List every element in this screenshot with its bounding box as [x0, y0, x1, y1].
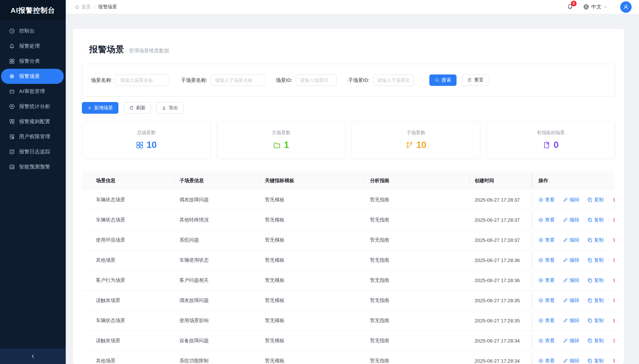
edit-label: 编辑: [570, 297, 579, 304]
delete-button[interactable]: 删除: [613, 237, 615, 243]
filter-sub-scene-name-input[interactable]: [211, 74, 264, 86]
sidebar-item-user-permissions[interactable]: 用户权限管理: [0, 129, 66, 144]
copy-icon: [587, 197, 592, 202]
filter-scene-id: 场景ID:: [276, 74, 336, 86]
table-body: 车辆状态场景偶发故障问题暂无模板暂无指南2025-06-27 17:28:37查…: [82, 190, 615, 364]
reset-button[interactable]: 重置: [462, 74, 489, 86]
content-card: 报警场景 管理场景维度数据 场景名称:子场景名称:场景ID:子场景ID: 搜索 …: [73, 29, 624, 364]
app-logo: AI报警控制台: [0, 0, 66, 21]
stat-label: 主场景数: [272, 130, 290, 136]
eye-icon: [538, 358, 543, 363]
view-button[interactable]: 查看: [538, 257, 555, 263]
view-button[interactable]: 查看: [538, 277, 555, 283]
stat-value: 1: [284, 140, 289, 150]
sidebar-item-alarm-logs[interactable]: 报警日志追踪: [0, 144, 66, 159]
refresh-button[interactable]: 刷新: [124, 102, 151, 114]
sidebar-item-label: 报警处理: [19, 43, 40, 49]
scene-cell: 车辆状态场景: [82, 210, 174, 230]
avatar[interactable]: [620, 1, 632, 13]
view-button[interactable]: 查看: [538, 237, 555, 243]
edit-button[interactable]: 编辑: [563, 217, 579, 223]
sidebar-collapse-button[interactable]: [0, 349, 66, 364]
edit-button[interactable]: 编辑: [563, 297, 579, 304]
stat-value: 0: [553, 140, 558, 150]
copy-button[interactable]: 复制: [587, 197, 604, 203]
edit-button[interactable]: 编辑: [563, 337, 579, 344]
eye-icon: [538, 278, 543, 283]
copy-button[interactable]: 复制: [587, 217, 604, 223]
copy-button[interactable]: 复制: [587, 257, 604, 263]
copy-label: 复制: [594, 317, 604, 324]
globe-icon: [583, 4, 589, 10]
edit-button[interactable]: 编辑: [563, 257, 579, 263]
delete-button[interactable]: 删除: [613, 217, 615, 223]
add-scene-button[interactable]: 新增场景: [82, 102, 118, 114]
view-button[interactable]: 查看: [538, 358, 555, 364]
table-row: 客户行为场景客户问题相关暂无模板暂无指南2025-06-27 17:28:36查…: [82, 270, 615, 291]
view-label: 查看: [545, 257, 555, 263]
delete-button[interactable]: 删除: [613, 358, 615, 364]
grid-icon: [9, 58, 15, 64]
copy-button[interactable]: 复制: [587, 358, 604, 364]
copy-button[interactable]: 复制: [587, 237, 604, 243]
notification-button[interactable]: 5: [567, 3, 573, 11]
edit-label: 编辑: [570, 277, 579, 283]
filter-sub-scene-name: 子场景名称:: [181, 74, 264, 86]
view-button[interactable]: 查看: [538, 337, 555, 344]
main-content: 报警场景 管理场景维度数据 场景名称:子场景名称:场景ID:子场景ID: 搜索 …: [66, 14, 639, 364]
delete-button[interactable]: 删除: [613, 257, 615, 263]
sidebar-item-alarm-statistics[interactable]: 报警统计分析: [0, 99, 66, 114]
sidebar-item-alarm-category[interactable]: 报警分类: [0, 54, 66, 69]
template-cell: 暂无模板: [260, 291, 365, 310]
edit-button[interactable]: 编辑: [563, 197, 579, 203]
sidebar-item-alarm-handling[interactable]: 报警处理: [0, 39, 66, 54]
filter-scene-name-input[interactable]: [116, 74, 169, 86]
breadcrumb-home[interactable]: 首页: [82, 4, 91, 10]
edit-label: 编辑: [570, 197, 579, 203]
view-label: 查看: [545, 317, 555, 324]
view-button[interactable]: 查看: [538, 197, 555, 203]
copy-button[interactable]: 复制: [587, 317, 604, 324]
actions-cell: 查看编辑复制删除: [533, 250, 615, 270]
search-icon: [435, 78, 439, 83]
delete-button[interactable]: 删除: [613, 297, 615, 304]
download-icon: [162, 106, 166, 110]
copy-button[interactable]: 复制: [587, 277, 604, 283]
delete-button[interactable]: 删除: [613, 317, 615, 324]
export-button[interactable]: 导出: [156, 102, 183, 114]
breadcrumb: 首页 / 报警场景: [74, 4, 117, 10]
view-button[interactable]: 查看: [538, 297, 555, 304]
home-icon[interactable]: [74, 4, 79, 9]
rules-grid-icon: [9, 119, 15, 124]
sidebar-item-ai-approval[interactable]: AI审批管理: [0, 84, 66, 99]
edit-button[interactable]: 编辑: [563, 317, 579, 324]
delete-button[interactable]: 删除: [613, 197, 615, 203]
edit-button[interactable]: 编辑: [563, 358, 579, 364]
edit-button[interactable]: 编辑: [563, 277, 579, 283]
copy-button[interactable]: 复制: [587, 337, 604, 344]
sidebar-item-dashboard[interactable]: 控制台: [0, 23, 66, 39]
edit-button[interactable]: 编辑: [563, 237, 579, 243]
column-header-6: 操作: [533, 171, 615, 190]
pencil-icon: [563, 278, 568, 283]
delete-button[interactable]: 删除: [613, 277, 615, 283]
view-button[interactable]: 查看: [538, 217, 555, 223]
filter-scene-id-input[interactable]: [296, 74, 337, 86]
eye-icon: [538, 217, 543, 222]
sidebar-item-smart-prediction[interactable]: 智能预测预警: [0, 159, 66, 174]
language-selector[interactable]: 中文: [583, 4, 607, 10]
topbar-right: 5 中文: [567, 1, 632, 13]
created-cell: 2025-06-27 17:28:35: [469, 311, 533, 330]
edit-label: 编辑: [570, 337, 579, 344]
filter-sub-scene-id-input[interactable]: [373, 74, 414, 86]
trash-icon: [613, 217, 615, 222]
delete-button[interactable]: 删除: [613, 337, 615, 344]
copy-button[interactable]: 复制: [587, 297, 604, 304]
template-cell: 暂无模板: [260, 250, 365, 270]
sidebar-item-alarm-scene[interactable]: 报警场景: [1, 69, 64, 84]
grid-icon: [136, 141, 144, 149]
search-button[interactable]: 搜索: [429, 74, 457, 86]
view-button[interactable]: 查看: [538, 317, 555, 324]
copy-icon: [587, 217, 592, 222]
sidebar-item-alarm-rules[interactable]: 报警规则配置: [0, 114, 66, 129]
